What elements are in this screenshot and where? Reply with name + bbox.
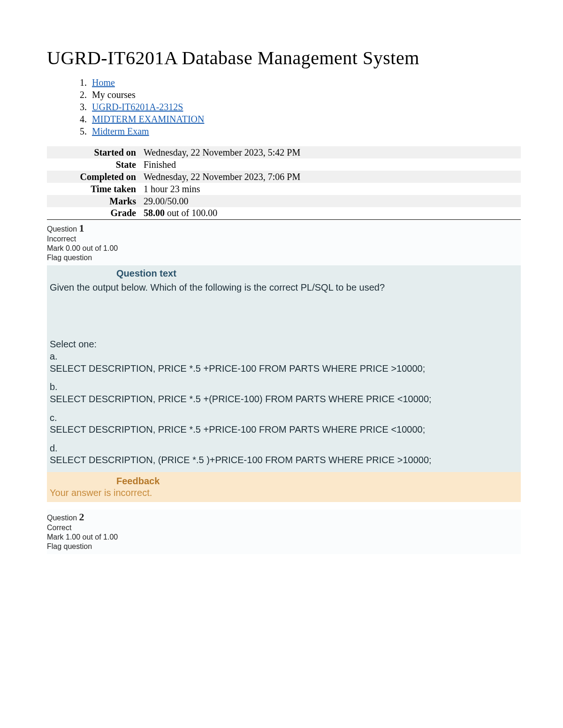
summary-value: 29.00/50.00	[141, 195, 521, 207]
question-prompt: Given the output below. Which of the fol…	[50, 282, 518, 294]
breadcrumb-item-0: Home	[89, 77, 521, 88]
summary-row: Completed onWednesday, 22 November 2023,…	[47, 171, 521, 183]
summary-label: Marks	[47, 195, 141, 207]
feedback-body: Your answer is incorrect.	[47, 488, 521, 502]
question-number: 1	[79, 222, 84, 234]
summary-label: Time taken	[47, 183, 141, 195]
option-text: SELECT DESCRIPTION, PRICE *.5 +(PRICE-10…	[50, 393, 518, 405]
summary-value: 58.00 out of 100.00	[141, 207, 521, 219]
question-mark: Mark 1.00 out of 1.00	[47, 533, 521, 542]
summary-value: Wednesday, 22 November 2023, 7:06 PM	[141, 171, 521, 183]
question-label: Question	[47, 225, 79, 233]
page-title: UGRD-IT6201A Database Management System	[47, 47, 521, 69]
option-c[interactable]: c.SELECT DESCRIPTION, PRICE *.5 +PRICE-1…	[50, 412, 518, 436]
question-2-meta: Question 2 Correct Mark 1.00 out of 1.00…	[47, 510, 521, 555]
summary-value: Finished	[141, 158, 521, 171]
summary-label: Started on	[47, 146, 141, 158]
summary-value: Wednesday, 22 November 2023, 5:42 PM	[141, 146, 521, 158]
question-status: Correct	[47, 523, 521, 533]
flag-question-link[interactable]: Flag question	[47, 253, 521, 263]
option-letter: a.	[50, 351, 518, 363]
question-mark: Mark 0.00 out of 1.00	[47, 244, 521, 253]
summary-row-grade: Grade58.00 out of 100.00	[47, 207, 521, 219]
breadcrumb-link[interactable]: MIDTERM EXAMINATION	[92, 114, 204, 124]
options-list: a.SELECT DESCRIPTION, PRICE *.5 +PRICE-1…	[50, 351, 518, 466]
breadcrumb-link[interactable]: Home	[92, 77, 115, 88]
summary-value: 1 hour 23 mins	[141, 183, 521, 195]
summary-label: Completed on	[47, 171, 141, 183]
breadcrumb: HomeMy coursesUGRD-IT6201A-2312SMIDTERM …	[89, 77, 521, 137]
breadcrumb-link[interactable]: UGRD-IT6201A-2312S	[92, 102, 183, 112]
option-letter: b.	[50, 381, 518, 393]
summary-row: Marks29.00/50.00	[47, 195, 521, 207]
question-body: Given the output below. Which of the fol…	[47, 280, 521, 472]
option-letter: d.	[50, 443, 518, 455]
option-text: SELECT DESCRIPTION, PRICE *.5 +PRICE-100…	[50, 363, 518, 375]
question-2: Question 2 Correct Mark 1.00 out of 1.00…	[47, 510, 521, 555]
breadcrumb-item-2: UGRD-IT6201A-2312S	[89, 102, 521, 113]
select-one-label: Select one:	[50, 338, 518, 351]
summary-row: StateFinished	[47, 158, 521, 171]
breadcrumb-item-3: MIDTERM EXAMINATION	[89, 114, 521, 125]
summary-label: State	[47, 158, 141, 171]
question-number: 2	[79, 511, 84, 523]
option-b[interactable]: b.SELECT DESCRIPTION, PRICE *.5 +(PRICE-…	[50, 381, 518, 405]
flag-question-link[interactable]: Flag question	[47, 542, 521, 551]
question-status: Incorrect	[47, 234, 521, 244]
option-text: SELECT DESCRIPTION, (PRICE *.5 )+PRICE-1…	[50, 454, 518, 466]
summary-label: Grade	[47, 207, 141, 219]
breadcrumb-link[interactable]: Midterm Exam	[92, 126, 149, 136]
breadcrumb-item-1: My courses	[89, 90, 521, 100]
summary-body: Started onWednesday, 22 November 2023, 5…	[47, 146, 521, 219]
summary-row: Time taken1 hour 23 mins	[47, 183, 521, 195]
question-1-meta: Question 1 Incorrect Mark 0.00 out of 1.…	[47, 221, 521, 266]
question-1: Question 1 Incorrect Mark 0.00 out of 1.…	[47, 221, 521, 502]
option-letter: c.	[50, 412, 518, 424]
option-d[interactable]: d.SELECT DESCRIPTION, (PRICE *.5 )+PRICE…	[50, 443, 518, 466]
feedback-header: Feedback	[47, 472, 521, 488]
question-label: Question	[47, 514, 79, 522]
question-text-header: Question text	[47, 265, 521, 280]
breadcrumb-item-4: Midterm Exam	[89, 126, 521, 137]
option-text: SELECT DESCRIPTION, PRICE *.5 +PRICE-100…	[50, 424, 518, 436]
summary-row: Started onWednesday, 22 November 2023, 5…	[47, 146, 521, 158]
breadcrumb-text: My courses	[92, 90, 136, 100]
summary-table: Started onWednesday, 22 November 2023, 5…	[47, 146, 521, 220]
option-a[interactable]: a.SELECT DESCRIPTION, PRICE *.5 +PRICE-1…	[50, 351, 518, 375]
